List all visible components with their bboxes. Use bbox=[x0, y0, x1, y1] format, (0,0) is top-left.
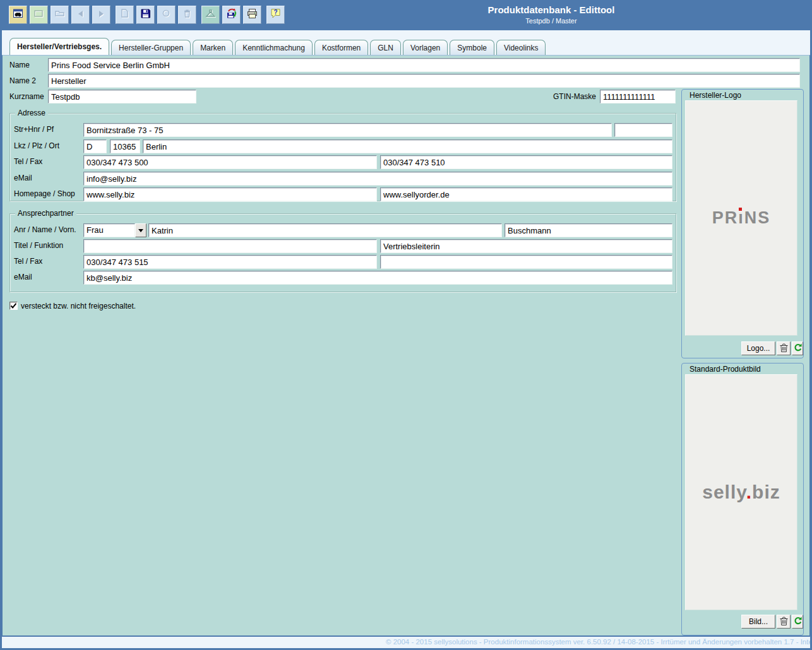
bild-button[interactable]: Bild... bbox=[741, 615, 775, 629]
logo-delete-button[interactable] bbox=[777, 341, 791, 355]
nav-back-icon bbox=[75, 8, 86, 21]
gtin-label: GTIN-Maske bbox=[503, 92, 596, 101]
app-window: ? Produktdatenbank - Edittool Testpdb / … bbox=[0, 0, 812, 650]
plz-input[interactable] bbox=[110, 139, 140, 153]
logo-button[interactable]: Logo... bbox=[741, 341, 775, 355]
name2-input[interactable] bbox=[48, 74, 800, 88]
new-record-button[interactable] bbox=[116, 6, 134, 24]
export-icon bbox=[226, 8, 237, 21]
nav-forward-button[interactable] bbox=[92, 6, 110, 24]
title-block: Produktdatenbank - Edittool Testpdb / Ma… bbox=[290, 0, 812, 30]
delete-icon bbox=[182, 8, 193, 21]
name-input[interactable] bbox=[48, 58, 800, 72]
status-footer: © 2004 - 2015 sellysolutions - Produktin… bbox=[2, 637, 810, 648]
ap-fax-input[interactable] bbox=[380, 255, 672, 269]
hersteller-logo-panel: Hersteller-Logo PRıNS Logo... bbox=[681, 89, 804, 358]
nachname-input[interactable] bbox=[505, 223, 672, 237]
tab-marken[interactable]: Marken bbox=[193, 40, 233, 55]
hersteller-logo-image-area: PRıNS bbox=[685, 100, 797, 336]
strasse-label: Str+Hnr / Pf bbox=[14, 125, 54, 134]
search-button[interactable] bbox=[9, 6, 27, 24]
homepage-input[interactable] bbox=[83, 187, 377, 201]
gtin-input[interactable] bbox=[600, 90, 676, 103]
standard-produktbild-panel: Standard-Produktbild selly.biz Bild... bbox=[681, 363, 804, 635]
produktbild-image-area: selly.biz bbox=[685, 374, 797, 610]
save-icon bbox=[140, 8, 151, 21]
kurzname-input[interactable] bbox=[48, 90, 196, 103]
new-record-icon bbox=[119, 8, 130, 21]
folder-open-button[interactable] bbox=[51, 6, 69, 24]
adresse-fieldset: Adresse Str+Hnr / Pf Lkz / Plz / Ort Tel… bbox=[9, 113, 676, 201]
tab-vorlagen[interactable]: Vorlagen bbox=[403, 40, 448, 55]
print-icon bbox=[247, 8, 258, 21]
email-label: eMail bbox=[14, 174, 32, 182]
anrede-select[interactable]: Frau bbox=[83, 223, 146, 237]
shop-input[interactable] bbox=[380, 187, 672, 201]
refresh-icon bbox=[794, 343, 802, 354]
tab-hersteller-vertriebsges[interactable]: Hersteller/Vertriebsges. bbox=[9, 38, 109, 55]
search-icon bbox=[13, 8, 23, 21]
tab-symbole[interactable]: Symbole bbox=[450, 40, 494, 55]
bild-delete-button[interactable] bbox=[777, 615, 791, 629]
email-input[interactable] bbox=[83, 172, 672, 186]
kurzname-label: Kurzname bbox=[9, 92, 44, 101]
tabbar: Hersteller/Vertriebsges. Hersteller-Grup… bbox=[9, 38, 547, 55]
save-button[interactable] bbox=[136, 6, 155, 24]
folder-open-icon bbox=[54, 8, 65, 21]
help-icon: ? bbox=[270, 8, 281, 21]
tab-strip: Hersteller/Vertriebsges. Hersteller-Grup… bbox=[2, 30, 810, 55]
help-button[interactable]: ? bbox=[266, 6, 285, 24]
refresh-icon bbox=[794, 617, 802, 627]
anrede-dropdown-button[interactable] bbox=[135, 223, 146, 237]
tel-input[interactable] bbox=[83, 155, 377, 169]
tab-videolinks[interactable]: Videolinks bbox=[496, 40, 546, 55]
ap-telfax-label: Tel / Fax bbox=[14, 257, 42, 266]
postfach-input[interactable] bbox=[614, 123, 672, 137]
selly-logo: selly.biz bbox=[702, 482, 780, 503]
ap-tel-input[interactable] bbox=[83, 255, 377, 269]
strasse-input[interactable] bbox=[83, 123, 612, 137]
anrede-value: Frau bbox=[83, 223, 135, 237]
chevron-down-icon bbox=[138, 229, 143, 232]
adresse-legend: Adresse bbox=[15, 109, 48, 117]
tab-kenntlichmachung[interactable]: Kenntlichmachung bbox=[235, 40, 313, 55]
homepage-label: Homepage / Shop bbox=[14, 189, 75, 198]
hierarchy-button[interactable] bbox=[201, 6, 220, 24]
name2-label: Name 2 bbox=[9, 76, 36, 85]
blank-form-icon bbox=[33, 8, 44, 21]
versteckt-checkbox[interactable] bbox=[9, 302, 18, 310]
ap-email-input[interactable] bbox=[83, 271, 672, 285]
tab-hersteller-gruppen[interactable]: Hersteller-Gruppen bbox=[111, 40, 191, 55]
standard-produktbild-legend: Standard-Produktbild bbox=[687, 365, 763, 374]
trash-icon bbox=[779, 616, 789, 628]
vorname-input[interactable] bbox=[148, 223, 502, 237]
tab-kostformen[interactable]: Kostformen bbox=[314, 40, 368, 55]
bild-refresh-button[interactable] bbox=[792, 615, 803, 629]
lkz-input[interactable] bbox=[83, 139, 107, 153]
ort-label: Lkz / Plz / Ort bbox=[14, 141, 59, 150]
logo-refresh-button[interactable] bbox=[792, 341, 803, 355]
funktion-input[interactable] bbox=[380, 239, 672, 253]
blank-form-button[interactable] bbox=[30, 6, 48, 24]
tab-gln[interactable]: GLN bbox=[370, 40, 401, 55]
fax-input[interactable] bbox=[380, 155, 672, 169]
app-subtitle: Testpdb / Master bbox=[290, 17, 812, 25]
toolbar: ? Produktdatenbank - Edittool Testpdb / … bbox=[0, 0, 812, 30]
titel-input[interactable] bbox=[83, 239, 377, 253]
delete-button[interactable] bbox=[178, 6, 196, 24]
undo-button[interactable] bbox=[157, 6, 176, 24]
hierarchy-icon bbox=[205, 8, 216, 21]
anrede-label: Anr / Name / Vorn. bbox=[14, 225, 76, 234]
ort-input[interactable] bbox=[143, 139, 672, 153]
check-icon bbox=[10, 300, 17, 312]
export-button[interactable] bbox=[222, 6, 241, 24]
ap-email-label: eMail bbox=[14, 273, 32, 281]
telfax-label: Tel / Fax bbox=[14, 157, 42, 166]
nav-forward-icon bbox=[96, 8, 107, 21]
ansprechpartner-legend: Ansprechpartner bbox=[15, 209, 76, 218]
prins-logo: PRıNS bbox=[712, 208, 771, 228]
print-button[interactable] bbox=[243, 6, 261, 24]
svg-text:?: ? bbox=[273, 9, 277, 16]
ansprechpartner-fieldset: Ansprechpartner Anr / Name / Vorn. Frau … bbox=[9, 213, 676, 292]
nav-back-button[interactable] bbox=[71, 6, 90, 24]
